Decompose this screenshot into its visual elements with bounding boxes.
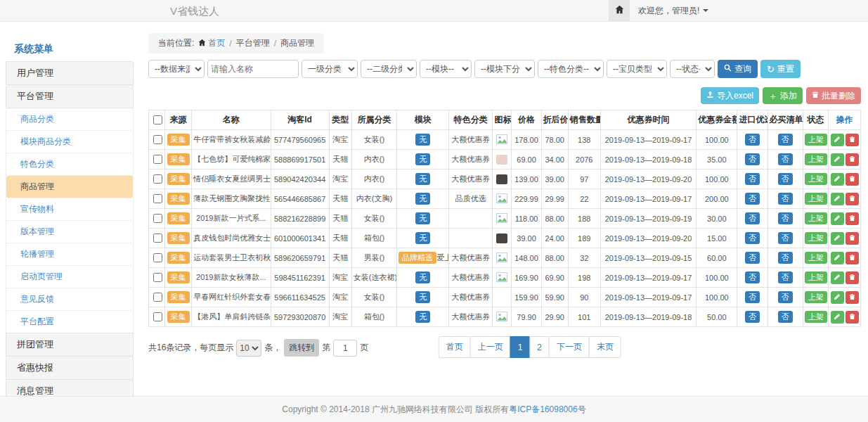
sidebar-group-3[interactable]: 省惠快报	[6, 356, 134, 380]
status-toggle[interactable]: 上架	[805, 291, 827, 303]
edit-button[interactable]	[831, 134, 844, 146]
delete-button[interactable]	[846, 271, 859, 284]
search-button[interactable]: 查询	[718, 60, 758, 78]
delete-button[interactable]	[846, 291, 859, 304]
import-select-toggle[interactable]: 否	[745, 271, 760, 283]
delete-button[interactable]	[846, 311, 859, 324]
module-select[interactable]: --模块--	[420, 60, 472, 78]
import-select-toggle[interactable]: 否	[745, 212, 760, 224]
status-toggle[interactable]: 上架	[805, 311, 827, 323]
delete-button[interactable]	[846, 134, 859, 146]
user-menu[interactable]: 欢迎您，管理员!	[630, 0, 717, 21]
must-buy-toggle[interactable]: 否	[778, 271, 793, 283]
import-select-toggle[interactable]: 否	[745, 232, 760, 244]
sidebar-group-1[interactable]: 平台管理	[6, 84, 134, 108]
level2-category-select[interactable]: --二级分类--	[361, 60, 417, 78]
status-toggle[interactable]: 上架	[805, 173, 827, 185]
edit-button[interactable]	[831, 173, 844, 186]
delete-button[interactable]	[846, 232, 859, 245]
import-select-toggle[interactable]: 否	[745, 153, 760, 165]
status-toggle[interactable]: 上架	[805, 232, 827, 244]
status-toggle[interactable]: 上架	[805, 193, 827, 205]
status-toggle[interactable]: 上架	[805, 271, 827, 283]
status-toggle[interactable]: 上架	[805, 134, 827, 146]
reset-button[interactable]: ↻ 重置	[760, 60, 801, 78]
delete-button[interactable]	[846, 173, 859, 186]
must-buy-toggle[interactable]: 否	[778, 134, 793, 146]
row-checkbox[interactable]	[153, 293, 162, 302]
delete-button[interactable]	[846, 252, 859, 264]
module-badge[interactable]: 无	[415, 134, 430, 146]
import-select-toggle[interactable]: 否	[745, 252, 760, 264]
sidebar-item-1-7[interactable]: 启动页管理	[6, 266, 133, 288]
import-select-toggle[interactable]: 否	[745, 134, 760, 146]
must-buy-toggle[interactable]: 否	[778, 252, 793, 264]
pager-button-2[interactable]: 1	[510, 336, 531, 358]
must-buy-toggle[interactable]: 否	[778, 212, 793, 224]
edit-button[interactable]	[831, 153, 844, 166]
row-checkbox[interactable]	[153, 174, 162, 184]
sidebar-group-2[interactable]: 拼团管理	[6, 333, 134, 357]
module-badge[interactable]: 无	[415, 271, 430, 283]
import-select-toggle[interactable]: 否	[745, 173, 760, 185]
status-toggle[interactable]: 上架	[805, 212, 827, 224]
sidebar-item-1-8[interactable]: 意见反馈	[6, 288, 133, 311]
must-buy-toggle[interactable]: 否	[778, 291, 793, 303]
status-select[interactable]: --状态--	[670, 60, 715, 78]
module-badge[interactable]: 无	[415, 193, 430, 205]
module-badge[interactable]: 无	[415, 153, 430, 165]
sidebar-item-1-6[interactable]: 轮播管理	[6, 243, 133, 266]
icp-link[interactable]: 粤ICP备16098006号	[509, 404, 585, 416]
row-checkbox[interactable]	[153, 312, 162, 321]
batch-delete-button[interactable]: 批量删除	[806, 87, 861, 104]
name-input[interactable]	[207, 60, 299, 78]
module-badge[interactable]: 无	[415, 232, 430, 244]
sidebar-item-1-5[interactable]: 版本管理	[6, 221, 133, 243]
row-checkbox[interactable]	[153, 273, 162, 282]
must-buy-toggle[interactable]: 否	[778, 173, 793, 185]
sidebar-item-1-9[interactable]: 平台配置	[6, 311, 133, 333]
sidebar-item-1-1[interactable]: 模块商品分类	[6, 131, 133, 153]
sidebar-item-1-2[interactable]: 特色分类	[6, 153, 133, 176]
import-select-toggle[interactable]: 否	[745, 291, 760, 303]
pager-button-0[interactable]: 首页	[439, 336, 471, 358]
module-badge[interactable]: 无	[415, 173, 430, 185]
page-number-input[interactable]	[333, 340, 357, 357]
module-badge[interactable]: 品牌精选	[399, 252, 436, 264]
level1-category-select[interactable]: 一级分类	[302, 60, 358, 78]
pager-button-1[interactable]: 上一页	[470, 336, 511, 358]
home-button[interactable]	[609, 0, 630, 21]
delete-button[interactable]	[846, 193, 859, 205]
must-buy-toggle[interactable]: 否	[778, 311, 793, 323]
module-badge[interactable]: 无	[415, 311, 430, 323]
edit-button[interactable]	[831, 252, 844, 264]
edit-button[interactable]	[831, 291, 844, 304]
add-button[interactable]: ＋ 添加	[763, 87, 803, 104]
data-source-select[interactable]: --数据来源--	[148, 60, 205, 78]
delete-button[interactable]	[846, 212, 859, 225]
breadcrumb-home-link[interactable]: 首页	[198, 37, 225, 49]
item-type-select[interactable]: --宝贝类型--	[607, 60, 667, 78]
import-select-toggle[interactable]: 否	[745, 193, 760, 205]
jump-button[interactable]: 跳转到	[284, 339, 319, 357]
module-badge[interactable]: 无	[415, 212, 430, 224]
pager-button-3[interactable]: 2	[529, 336, 550, 358]
feature-category-select[interactable]: --特色分类--	[538, 60, 604, 78]
row-checkbox[interactable]	[153, 135, 162, 144]
per-page-select[interactable]: 10	[236, 340, 261, 357]
must-buy-toggle[interactable]: 否	[778, 153, 793, 165]
row-checkbox[interactable]	[153, 234, 162, 243]
edit-button[interactable]	[831, 212, 844, 225]
row-checkbox[interactable]	[153, 194, 162, 203]
pager-button-5[interactable]: 末页	[589, 336, 621, 358]
edit-button[interactable]	[831, 311, 844, 324]
module-badge[interactable]: 无	[415, 291, 430, 303]
row-checkbox[interactable]	[153, 253, 162, 262]
module-subcategory-select[interactable]: --模块下分类--	[474, 60, 535, 78]
must-buy-toggle[interactable]: 否	[778, 232, 793, 244]
import-select-toggle[interactable]: 否	[745, 311, 760, 323]
row-checkbox[interactable]	[153, 155, 162, 164]
delete-button[interactable]	[846, 153, 859, 166]
edit-button[interactable]	[831, 193, 844, 205]
status-toggle[interactable]: 上架	[805, 153, 827, 165]
